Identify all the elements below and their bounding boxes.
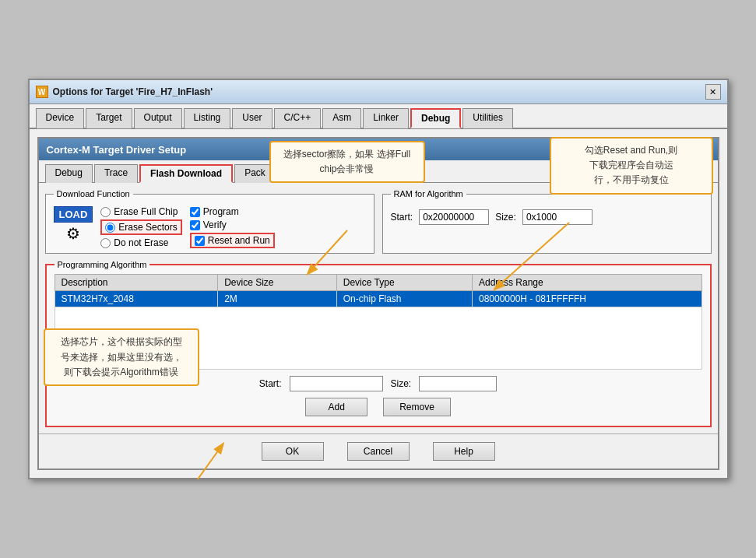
- inner-tab-debug[interactable]: Debug: [45, 164, 93, 183]
- col-device-type: Device Type: [336, 275, 472, 291]
- check-group: Program Verify Reset and Run: [190, 206, 275, 248]
- row-device-size: 2M: [218, 291, 337, 307]
- prog-size-label: Size:: [391, 378, 412, 389]
- row-description: STM32H7x_2048: [55, 291, 218, 307]
- tab-output[interactable]: Output: [134, 108, 182, 128]
- do-not-erase-radio[interactable]: [100, 238, 111, 248]
- tab-user[interactable]: User: [232, 108, 272, 128]
- erase-full-chip-radio[interactable]: [100, 207, 111, 217]
- add-button[interactable]: Add: [305, 398, 367, 416]
- ram-start-label: Start:: [391, 212, 413, 223]
- col-address-range: Address Range: [472, 275, 701, 291]
- main-container: W Options for Target 'Fire_H7_InFlash' ✕…: [28, 79, 729, 479]
- table-row[interactable]: STM32H7x_2048 2M On-chip Flash 08000000H…: [55, 291, 701, 307]
- inner-tab-trace[interactable]: Trace: [94, 164, 138, 183]
- tab-asm[interactable]: Asm: [322, 108, 361, 128]
- verify-checkbox[interactable]: [190, 220, 200, 230]
- tab-listing[interactable]: Listing: [184, 108, 231, 128]
- panels-wrapper: Download Function LOAD ⚙ Erase Full Ch: [39, 183, 718, 433]
- erase-sectors-radio[interactable]: [105, 223, 115, 233]
- tab-target[interactable]: Target: [86, 108, 132, 128]
- annotation-erase: 选择sector擦除，如果 选择Full chip会非常慢: [269, 141, 425, 183]
- row-address-range: 08000000H - 081FFFFFH: [472, 291, 701, 307]
- main-tab-bar: Device Target Output Listing User C/C++ …: [30, 104, 727, 129]
- tab-debug[interactable]: Debug: [410, 108, 461, 128]
- title-bar: W Options for Target 'Fire_H7_InFlash' ✕: [30, 80, 727, 104]
- do-not-erase-option[interactable]: Do not Erase: [100, 237, 181, 248]
- bottom-button-bar: OK Cancel Help: [39, 433, 718, 469]
- inner-tab-flash-download[interactable]: Flash Download: [139, 164, 233, 183]
- erase-full-chip-option[interactable]: Erase Full Chip: [100, 206, 181, 217]
- annotation-reset: 勾选Reset and Run,则下载完程序会自动运行，不用手动复位: [550, 137, 713, 195]
- tab-cpp[interactable]: C/C++: [274, 108, 322, 128]
- programming-legend: Programming Algorithm: [55, 260, 150, 269]
- tab-device[interactable]: Device: [36, 108, 85, 128]
- ok-button[interactable]: OK: [262, 442, 324, 461]
- remove-button[interactable]: Remove: [383, 398, 451, 416]
- download-function-panel: Download Function LOAD ⚙ Erase Full Ch: [45, 189, 374, 254]
- tab-linker[interactable]: Linker: [363, 108, 409, 128]
- ram-legend: RAM for Algorithm: [391, 189, 466, 198]
- erase-sectors-option[interactable]: Erase Sectors: [100, 219, 181, 235]
- prog-button-row: Add Remove: [55, 398, 702, 416]
- col-description: Description: [55, 275, 218, 291]
- load-badge: LOAD: [54, 206, 93, 223]
- prog-start-input[interactable]: [290, 376, 383, 391]
- download-function-legend: Download Function: [54, 189, 133, 198]
- row-device-type: On-chip Flash: [336, 291, 472, 307]
- annotation-algorithm: 选择芯片，这个根据实际的型号来选择，如果这里没有选，则下载会提示Algorith…: [44, 328, 199, 386]
- ram-algorithm-panel: RAM for Algorithm Start: Size:: [382, 189, 712, 254]
- cancel-button[interactable]: Cancel: [347, 442, 410, 461]
- load-gear-icon: ⚙: [66, 224, 80, 243]
- ram-size-label: Size:: [495, 212, 516, 223]
- erase-radio-group: Erase Full Chip Erase Sectors Do not Era…: [100, 206, 181, 248]
- prog-size-input[interactable]: [419, 376, 497, 391]
- ram-size-input[interactable]: [522, 209, 592, 225]
- window-title: Options for Target 'Fire_H7_InFlash': [53, 86, 213, 97]
- help-button[interactable]: Help: [433, 442, 495, 461]
- reset-and-run-checkbox[interactable]: [195, 236, 205, 246]
- window-close-button[interactable]: ✕: [705, 84, 721, 100]
- prog-start-label: Start:: [259, 378, 282, 389]
- program-check-option[interactable]: Program: [190, 206, 275, 217]
- load-icon: LOAD ⚙: [54, 206, 93, 243]
- verify-check-option[interactable]: Verify: [190, 219, 275, 230]
- col-device-size: Device Size: [218, 275, 337, 291]
- program-checkbox[interactable]: [190, 207, 200, 217]
- app-icon: W: [36, 86, 48, 98]
- inner-window-title: Cortex-M Target Driver Setup: [47, 144, 187, 156]
- tab-utilities[interactable]: Utilities: [462, 108, 513, 128]
- ram-start-input[interactable]: [419, 209, 489, 225]
- reset-and-run-check-option[interactable]: Reset and Run: [190, 233, 275, 248]
